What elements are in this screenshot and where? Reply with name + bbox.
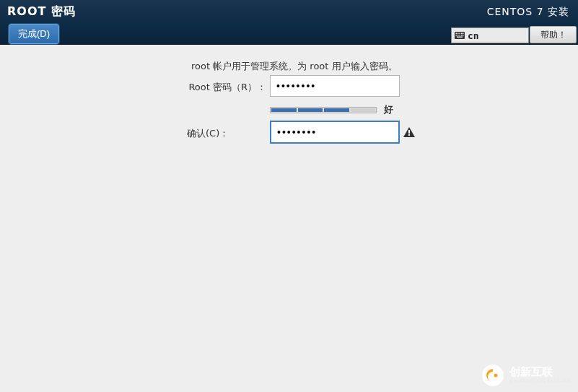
svg-rect-11 xyxy=(457,37,463,38)
content-area: root 帐户用于管理系统。为 root 用户输入密码。 Root 密码（R）：… xyxy=(0,45,578,392)
header-bar: ROOT 密码 完成(D) CENTOS 7 安装 cn 帮助！ xyxy=(0,0,578,45)
password-label: Root 密码（R）： xyxy=(187,81,266,94)
svg-rect-3 xyxy=(460,33,461,35)
svg-rect-6 xyxy=(456,35,457,36)
strength-text: 好 xyxy=(384,103,393,116)
help-button[interactable]: 帮助！ xyxy=(530,26,577,43)
strength-bar xyxy=(270,107,377,113)
done-button[interactable]: 完成(D) xyxy=(9,24,59,44)
watermark-brand-cn: 创新互联 xyxy=(509,367,571,378)
svg-rect-4 xyxy=(461,33,463,35)
watermark-brand-en: CHUANG XIN HU LIAN xyxy=(509,379,571,384)
password-strength-meter: 好 xyxy=(270,103,393,116)
svg-rect-7 xyxy=(457,35,459,36)
root-password-input[interactable] xyxy=(270,75,400,97)
svg-rect-8 xyxy=(460,35,461,36)
svg-rect-1 xyxy=(456,33,457,35)
confirm-password-input[interactable] xyxy=(277,126,403,138)
confirm-password-wrap xyxy=(270,121,400,144)
installer-title: CENTOS 7 安装 xyxy=(487,6,569,19)
page-title: ROOT 密码 xyxy=(7,4,76,19)
svg-rect-12 xyxy=(408,130,410,134)
svg-rect-2 xyxy=(457,33,459,35)
warning-icon xyxy=(403,127,415,137)
watermark-logo-icon xyxy=(482,365,504,386)
svg-rect-10 xyxy=(463,35,464,36)
watermark: 创新互联 CHUANG XIN HU LIAN xyxy=(482,365,571,386)
svg-point-14 xyxy=(494,374,498,378)
keyboard-layout-indicator[interactable]: cn xyxy=(451,27,529,43)
description-text: root 帐户用于管理系统。为 root 用户输入密码。 xyxy=(191,60,398,73)
keyboard-layout-text: cn xyxy=(468,30,479,41)
svg-rect-5 xyxy=(463,33,464,35)
svg-rect-13 xyxy=(408,134,410,136)
confirm-label: 确认(C)： xyxy=(187,127,266,140)
svg-rect-9 xyxy=(461,35,463,36)
keyboard-icon xyxy=(455,32,465,39)
